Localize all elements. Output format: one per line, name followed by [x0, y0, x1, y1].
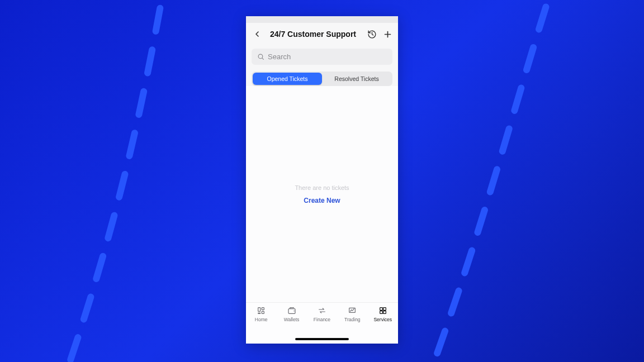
new-ticket-button[interactable] — [382, 29, 392, 39]
svg-rect-10 — [380, 308, 382, 311]
nav-services[interactable]: Services — [370, 306, 396, 322]
search-input[interactable] — [268, 53, 387, 61]
ticket-list-empty: There are no tickets Create New — [246, 86, 398, 302]
nav-finance[interactable]: Finance — [309, 306, 335, 322]
home-indicator-bar — [295, 338, 349, 340]
svg-rect-13 — [383, 311, 386, 314]
nav-label: Trading — [344, 317, 361, 322]
finance-icon — [318, 306, 326, 315]
search-field[interactable] — [252, 49, 392, 65]
search-icon — [257, 53, 264, 60]
tab-resolved-tickets[interactable]: Resolved Tickets — [322, 73, 391, 85]
nav-label: Services — [373, 317, 392, 322]
app-header: 24/7 Customer Support — [246, 23, 398, 45]
trading-icon — [348, 306, 357, 315]
empty-state-message: There are no tickets — [295, 184, 349, 191]
nav-label: Home — [255, 317, 268, 322]
wallet-icon — [287, 306, 296, 315]
nav-home[interactable]: Home — [248, 306, 274, 322]
svg-rect-4 — [258, 308, 261, 312]
decorative-arc-right — [358, 0, 644, 362]
search-container — [246, 45, 398, 69]
nav-wallets[interactable]: Wallets — [278, 306, 305, 322]
svg-rect-6 — [262, 311, 264, 313]
history-icon — [367, 30, 377, 39]
home-indicator[interactable] — [246, 335, 398, 344]
bottom-nav: Home Wallets Finance Trading — [246, 302, 398, 335]
history-button[interactable] — [367, 29, 377, 39]
nav-label: Wallets — [284, 317, 300, 322]
page-title: 24/7 Customer Support — [259, 30, 367, 39]
svg-rect-11 — [383, 308, 386, 311]
svg-rect-5 — [262, 308, 264, 310]
tab-opened-tickets[interactable]: Opened Tickets — [253, 73, 322, 85]
svg-line-3 — [262, 58, 263, 59]
plus-icon — [383, 30, 392, 39]
status-bar — [246, 16, 398, 23]
create-new-link[interactable]: Create New — [304, 197, 340, 204]
svg-rect-7 — [258, 313, 261, 313]
nav-label: Finance — [314, 317, 330, 322]
home-icon — [257, 306, 266, 315]
header-actions — [367, 29, 392, 39]
svg-rect-12 — [380, 311, 382, 314]
segmented-control: Opened Tickets Resolved Tickets — [252, 72, 392, 86]
backdrop: 24/7 Customer Support — [0, 0, 644, 362]
phone-frame: 24/7 Customer Support — [246, 16, 398, 344]
nav-trading[interactable]: Trading — [339, 306, 366, 322]
ticket-tabs: Opened Tickets Resolved Tickets — [246, 69, 398, 86]
services-icon — [378, 306, 387, 315]
